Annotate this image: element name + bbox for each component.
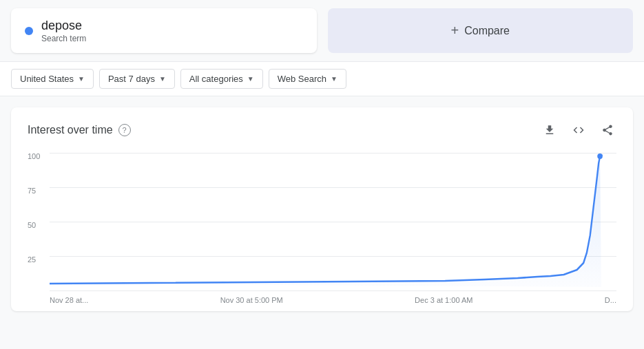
- search-term-text: depose Search term: [41, 18, 86, 43]
- chevron-down-icon: ▼: [247, 75, 254, 83]
- filter-time-range[interactable]: Past 7 days ▼: [99, 69, 175, 89]
- help-icon[interactable]: ?: [118, 124, 131, 136]
- y-label-25: 25: [28, 256, 40, 264]
- y-label-100: 100: [28, 153, 40, 160]
- chevron-down-icon: ▼: [331, 75, 337, 83]
- filters-bar: United States ▼ Past 7 days ▼ All catego…: [0, 61, 644, 96]
- compare-card[interactable]: + Compare: [328, 8, 634, 53]
- chart-area: 100 75 50 25: [28, 153, 616, 304]
- search-term-card: depose Search term: [11, 8, 317, 53]
- chart-section: Interest over time ? 100: [11, 107, 633, 311]
- x-label-dec3: Dec 3 at 1:00 AM: [415, 296, 472, 304]
- chart-peak-dot: [597, 154, 603, 159]
- share-icon: [601, 124, 614, 136]
- search-term-label: Search term: [41, 34, 86, 43]
- compare-label: Compare: [464, 25, 510, 37]
- share-button[interactable]: [599, 121, 616, 139]
- x-label-d: D...: [605, 296, 616, 304]
- y-label-75: 75: [28, 187, 40, 195]
- x-axis-labels: Nov 28 at... Nov 30 at 5:00 PM Dec 3 at …: [50, 290, 616, 304]
- x-label-nov28: Nov 28 at...: [50, 296, 88, 304]
- chart-title-area: Interest over time ?: [28, 124, 131, 136]
- filter-time-range-label: Past 7 days: [108, 74, 155, 84]
- chart-title: Interest over time: [28, 124, 113, 136]
- filter-categories[interactable]: All categories ▼: [180, 69, 263, 89]
- filter-search-type-label: Web Search: [278, 74, 326, 84]
- chart-inner: [50, 153, 616, 290]
- chart-svg: [50, 153, 616, 290]
- embed-button[interactable]: [570, 121, 588, 139]
- search-term-name: depose: [41, 18, 86, 34]
- chevron-down-icon: ▼: [78, 75, 85, 83]
- download-button[interactable]: [541, 121, 559, 139]
- embed-icon: [572, 124, 585, 136]
- compare-plus-icon: +: [451, 23, 459, 39]
- top-section: depose Search term + Compare: [0, 0, 644, 61]
- filter-search-type[interactable]: Web Search ▼: [269, 69, 346, 89]
- chart-header: Interest over time ?: [28, 121, 616, 139]
- blue-dot-indicator: [25, 27, 33, 35]
- chevron-down-icon: ▼: [159, 75, 166, 83]
- chart-actions: [541, 121, 616, 139]
- y-label-50: 50: [28, 222, 40, 229]
- download-icon: [543, 124, 556, 136]
- filter-region-label: United States: [20, 74, 74, 84]
- y-axis-labels: 100 75 50 25: [28, 153, 40, 304]
- x-label-nov30: Nov 30 at 5:00 PM: [220, 296, 283, 304]
- filter-categories-label: All categories: [189, 74, 243, 84]
- filter-region[interactable]: United States ▼: [11, 69, 94, 89]
